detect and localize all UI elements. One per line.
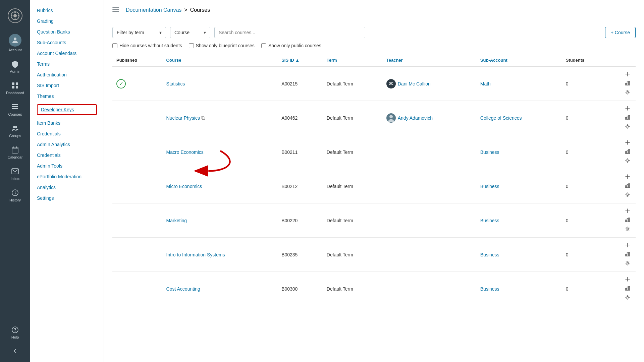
stats-action-button[interactable]: [624, 217, 632, 224]
menu-icon[interactable]: [112, 6, 119, 14]
course-link[interactable]: Marketing: [166, 218, 187, 223]
sidebar-item-credentials2[interactable]: Credentials: [30, 150, 104, 161]
sub-account-link[interactable]: College of Sciences: [480, 115, 522, 121]
add-action-button[interactable]: [624, 207, 632, 215]
public-only-text: Show only public courses: [268, 43, 321, 48]
sidebar-item-admin-tools[interactable]: Admin Tools: [30, 161, 104, 171]
sidebar-item-grading[interactable]: Grading: [30, 16, 104, 26]
blueprint-only-checkbox[interactable]: [189, 43, 194, 48]
nav-dashboard[interactable]: Dashboard: [0, 77, 30, 99]
public-only-label[interactable]: Show only public courses: [261, 43, 321, 48]
col-sis-id[interactable]: SIS ID ▲: [277, 54, 323, 66]
blueprint-only-label[interactable]: Show only blueprint courses: [189, 43, 255, 48]
sub-account-link[interactable]: Business: [480, 218, 499, 223]
filter-type-select[interactable]: Course ▾: [170, 27, 210, 38]
add-action-button[interactable]: [624, 71, 632, 78]
search-input[interactable]: [214, 27, 365, 38]
hide-no-students-label[interactable]: Hide courses without students: [112, 43, 182, 48]
sidebar-item-sis-import[interactable]: SIS Import: [30, 80, 104, 91]
cell-term: Default Term: [323, 66, 382, 101]
stats-action-button[interactable]: [624, 285, 632, 293]
cell-published: ✓: [112, 66, 162, 101]
cell-published: [112, 238, 162, 272]
nav-help[interactable]: Help: [0, 322, 30, 343]
svg-rect-10: [16, 86, 18, 88]
stats-action-button[interactable]: [624, 80, 632, 87]
sidebar-item-developer-keys[interactable]: Developer Keys: [37, 104, 97, 115]
nav-admin[interactable]: Admin: [0, 56, 30, 77]
settings-action-button[interactable]: [624, 123, 632, 131]
nav-courses[interactable]: Courses: [0, 99, 30, 120]
add-action-button[interactable]: [624, 105, 632, 113]
settings-action-button[interactable]: [624, 260, 632, 267]
sidebar-item-account-calendars[interactable]: Account Calendars: [30, 48, 104, 59]
svg-point-42: [627, 194, 629, 196]
nav-calendar[interactable]: Calendar: [0, 142, 30, 163]
add-action-button[interactable]: [624, 139, 632, 147]
col-sub-account[interactable]: Sub-Account: [476, 54, 562, 66]
stats-action-button[interactable]: [624, 251, 632, 258]
sidebar-item-credentials[interactable]: Credentials: [30, 128, 104, 139]
course-link[interactable]: Cost Accounting: [166, 286, 200, 292]
settings-action-button[interactable]: [624, 226, 632, 233]
add-action-button[interactable]: [624, 276, 632, 284]
nav-logo[interactable]: [0, 3, 30, 30]
stats-action-button[interactable]: [624, 148, 632, 156]
course-link[interactable]: Intro to Information Systems: [166, 252, 225, 257]
stats-action-button[interactable]: [624, 182, 632, 190]
sidebar-item-question-banks[interactable]: Question Banks: [30, 26, 104, 37]
sub-account-link[interactable]: Business: [480, 286, 499, 292]
add-course-button[interactable]: + Course: [605, 27, 636, 38]
col-term[interactable]: Term: [323, 54, 382, 66]
settings-action-button[interactable]: [624, 191, 632, 199]
sidebar-item-eportfolio[interactable]: ePortfolio Moderation: [30, 171, 104, 182]
sidebar-item-terms[interactable]: Terms: [30, 59, 104, 69]
action-buttons: [612, 139, 632, 165]
sidebar-item-settings[interactable]: Settings: [30, 193, 104, 203]
cell-sis-id: B00300: [277, 272, 323, 306]
cell-actions: [608, 135, 636, 169]
add-action-button[interactable]: [624, 173, 632, 181]
filter-term-select[interactable]: Filter by term ▾: [112, 27, 166, 38]
sidebar-item-sub-accounts[interactable]: Sub-Accounts: [30, 37, 104, 48]
col-course[interactable]: Course: [162, 54, 278, 66]
settings-action-button[interactable]: [624, 157, 632, 165]
breadcrumb-root[interactable]: Documentation Canvas: [126, 7, 181, 13]
nav-collapse[interactable]: [0, 343, 30, 359]
sub-account-link[interactable]: Business: [480, 149, 499, 155]
sub-account-link[interactable]: Business: [480, 184, 499, 189]
svg-point-50: [627, 262, 629, 264]
svg-point-4: [11, 15, 12, 16]
sidebar-item-rubrics[interactable]: Rubrics: [30, 5, 104, 16]
settings-action-button[interactable]: [624, 294, 632, 302]
public-only-checkbox[interactable]: [261, 43, 266, 48]
svg-rect-11: [12, 104, 18, 105]
settings-action-button[interactable]: [624, 89, 632, 97]
stats-action-button[interactable]: [624, 114, 632, 122]
sidebar-item-admin-analytics[interactable]: Admin Analytics: [30, 139, 104, 150]
sort-icon: ▲: [295, 58, 300, 63]
teacher-cell: Andy Adamovich: [386, 113, 472, 123]
sidebar-item-item-banks[interactable]: Item Banks: [30, 118, 104, 128]
nav-account[interactable]: Account: [0, 30, 30, 56]
nav-groups[interactable]: Groups: [0, 120, 30, 142]
course-link[interactable]: Nuclear Physics: [166, 115, 200, 121]
sidebar-item-analytics[interactable]: Analytics: [30, 182, 104, 193]
copy-icon[interactable]: ⧉: [201, 115, 205, 121]
cell-sis-id: B00235: [277, 238, 323, 272]
sidebar-item-authentication[interactable]: Authentication: [30, 69, 104, 80]
sidebar-item-themes[interactable]: Themes: [30, 91, 104, 102]
action-buttons: [612, 71, 632, 97]
course-link[interactable]: Statistics: [166, 81, 185, 86]
course-link[interactable]: Macro Economics: [166, 149, 204, 155]
sub-account-link[interactable]: Business: [480, 252, 499, 257]
hide-no-students-checkbox[interactable]: [112, 43, 117, 48]
nav-inbox[interactable]: Inbox: [0, 163, 30, 185]
sub-account-link[interactable]: Math: [480, 81, 491, 86]
teacher-link[interactable]: Andy Adamovich: [398, 115, 433, 121]
col-teacher[interactable]: Teacher: [382, 54, 476, 66]
teacher-link[interactable]: Dani Mc Callion: [398, 81, 431, 86]
nav-history[interactable]: History: [0, 185, 30, 206]
course-link[interactable]: Micro Economics: [166, 184, 202, 189]
add-action-button[interactable]: [624, 242, 632, 249]
